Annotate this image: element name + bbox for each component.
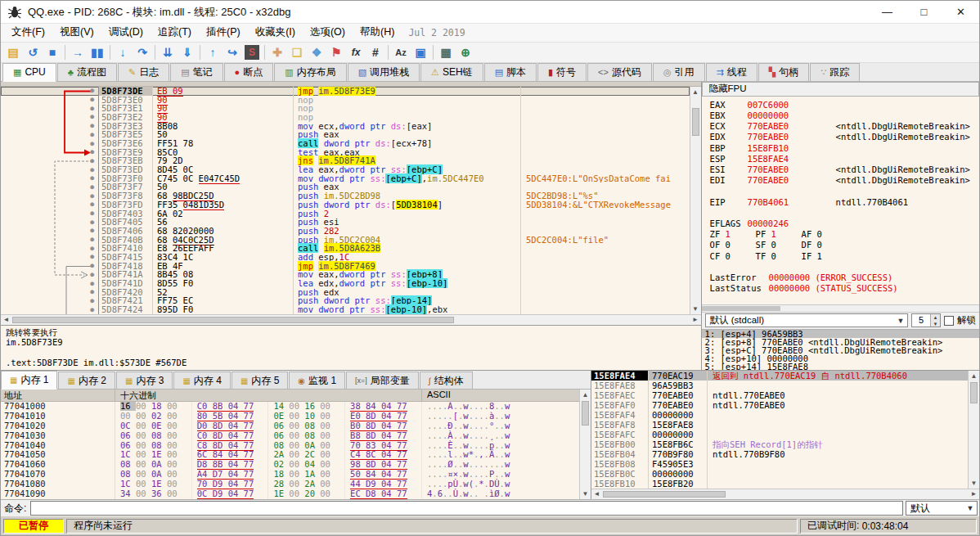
tab-memory-3[interactable]: ▦内存 3 — [116, 372, 173, 389]
disassembly-vscrollbar[interactable]: ▲▼ — [690, 87, 701, 314]
preferences-globe-icon[interactable]: ⊕ — [456, 43, 475, 61]
register-line[interactable]: EAX007C6000 — [710, 100, 979, 110]
hide-fpu-button[interactable]: 隐藏FPU — [702, 82, 979, 97]
breakpoint-dot[interactable]: ● — [90, 183, 94, 191]
breakpoint-dot[interactable]: ● — [90, 297, 94, 305]
breakpoint-dot[interactable]: ● — [90, 218, 94, 227]
stack-row[interactable]: 15E8FAFC00000000 — [591, 430, 968, 439]
scylla-icon[interactable]: S — [242, 43, 262, 61]
pause-icon[interactable]: ▮▮ — [88, 43, 107, 61]
tab-memory-map[interactable]: ▥内存布局 — [274, 63, 346, 81]
tab-notes[interactable]: ▤笔记 — [170, 63, 223, 81]
register-line[interactable]: ESI770EABE0<ntdll.DbgUiRemoteBreakin> — [710, 164, 979, 175]
breakpoint-dot[interactable]: ● — [90, 271, 94, 279]
disasm-row[interactable]: ●5D8F73DEEB 09jmp im.5D8F73E9 — [1, 87, 690, 96]
breakpoint-dot[interactable]: ● — [90, 306, 94, 314]
register-line[interactable]: ECX770EABE0<ntdll.DbgUiRemoteBreakin> — [710, 121, 979, 132]
breakpoint-dot[interactable]: ● — [90, 280, 94, 288]
breakpoint-dot[interactable]: ● — [90, 288, 94, 296]
tab-memory-5[interactable]: ▦内存 5 — [232, 372, 288, 389]
register-value[interactable]: 00000246 — [748, 218, 816, 229]
flag-sf[interactable]: SF 0 — [756, 240, 802, 250]
breakpoint-dot[interactable]: ● — [90, 245, 94, 253]
stack-row[interactable]: 15E8FAF400000000 — [591, 410, 968, 420]
flag-df[interactable]: DF 0 — [802, 240, 847, 250]
tab-source[interactable]: <>源代码 — [587, 63, 652, 81]
breakpoint-dot[interactable]: ● — [90, 140, 94, 148]
breakpoint-dot[interactable]: ● — [90, 87, 94, 95]
stack-row[interactable]: 15E8FAF815E8FAE8 — [591, 420, 968, 430]
breakpoint-dot[interactable]: ● — [90, 148, 94, 156]
execute-till-return-icon[interactable]: ↑ — [203, 43, 223, 61]
flag-tf[interactable]: TF 0 — [756, 251, 802, 262]
stack-row[interactable]: 15E8FAE896A59BB3 — [591, 381, 968, 390]
trace-into-icon[interactable]: ⇊ — [158, 43, 178, 61]
tab-script[interactable]: ▤脚本 — [484, 63, 537, 81]
step-over-icon[interactable]: ↷ — [133, 43, 152, 61]
dump-row[interactable]: 7704109034 00 36 000C D9 04 771E 00 20 0… — [1, 489, 579, 499]
tab-memory-4[interactable]: ▦内存 4 — [173, 372, 230, 389]
menu-item[interactable]: 帮助(H) — [353, 24, 402, 42]
run-icon[interactable]: → — [68, 43, 88, 61]
command-preset-select[interactable]: 默认 ▼ — [906, 501, 978, 516]
register-line[interactable]: OF 0SF 0DF 0 — [710, 240, 979, 250]
breakpoint-dot[interactable]: ● — [90, 105, 94, 113]
argument-count-stepper[interactable]: 5 ▲▼ — [911, 313, 941, 327]
breakpoint-dot[interactable]: ● — [90, 209, 94, 218]
register-line[interactable]: EBP15E8FB10 — [710, 143, 979, 154]
menu-item[interactable]: 调试(D) — [101, 24, 151, 42]
stack-hscrollbar[interactable]: ◄► — [591, 489, 979, 499]
register-value[interactable]: 770EABE0 — [748, 164, 816, 175]
trace-over-icon[interactable]: ⇓ — [178, 43, 197, 61]
functions-icon[interactable]: fx — [346, 43, 366, 61]
tab-log[interactable]: ✎日志 — [118, 63, 169, 81]
flag-if[interactable]: IF 1 — [802, 251, 847, 262]
disasm-row[interactable]: ●5D8F7424895D F0mov dword ptr ss:[ebp-10… — [1, 305, 690, 314]
tab-graph[interactable]: ♣流程图 — [57, 63, 117, 81]
stack-row[interactable]: 15E8FB08F45905E3 — [591, 459, 968, 469]
stack-row[interactable]: 15E8FAE4770EAC19返回到 ntdll.770EAC19 自 ntd… — [591, 371, 968, 381]
breakpoint-dot[interactable]: ● — [90, 157, 94, 165]
restart-icon[interactable]: ↺ — [23, 43, 43, 61]
menu-item[interactable]: 插件(P) — [199, 24, 248, 42]
flag-of[interactable]: OF 0 — [710, 240, 756, 250]
comments-icon[interactable]: ❏ — [287, 43, 307, 61]
tab-threads[interactable]: ⇉线程 — [706, 63, 757, 81]
command-input[interactable] — [30, 501, 903, 516]
register-value[interactable]: 15E8FAE4 — [748, 154, 816, 164]
breakpoint-dot[interactable]: ● — [90, 113, 94, 121]
stack-row[interactable]: 15E8FB0015E8FB6C指向SEH_Record[1]的指针 — [591, 439, 968, 449]
register-value[interactable]: 15E8FB10 — [748, 143, 816, 154]
tab-references[interactable]: ◎引用 — [653, 63, 705, 81]
breakpoint-dot[interactable]: ● — [90, 192, 94, 200]
breakpoint-dot[interactable]: ● — [90, 122, 94, 130]
tab-handles[interactable]: ▚句柄 — [758, 63, 809, 81]
register-line[interactable]: ZF 1PF 1AF 0 — [710, 229, 979, 240]
flag-pf[interactable]: PF 1 — [756, 229, 802, 240]
breakpoint-dot[interactable]: ● — [90, 96, 94, 104]
close-button[interactable]: ✕ — [942, 1, 979, 23]
breakpoint-dot[interactable]: ● — [90, 131, 94, 139]
spin-up-icon[interactable]: ▲ — [931, 314, 940, 321]
register-value[interactable]: 770EABE0 — [748, 121, 816, 132]
register-value[interactable]: 007C6000 — [748, 100, 816, 110]
tab-memory-2[interactable]: ▦内存 2 — [58, 372, 115, 389]
register-line[interactable]: LastError00000000 (ERROR_SUCCESS) — [710, 273, 979, 283]
labels-icon[interactable]: ❖ — [307, 43, 326, 61]
tab-seh[interactable]: ⚠SEH链 — [420, 63, 483, 81]
stack-row[interactable]: 15E8FB04770B9F80ntdll.770B9F80 — [591, 449, 968, 459]
registers-hscrollbar[interactable] — [702, 304, 979, 313]
stack-row[interactable]: 15E8FB1015E8FB20 — [591, 479, 968, 489]
calling-convention-select[interactable]: 默认 (stdcall) ▼ — [705, 313, 908, 327]
register-value[interactable]: 770B4061 — [748, 197, 816, 208]
minimize-button[interactable]: — — [869, 1, 906, 23]
maximize-button[interactable]: □ — [906, 1, 942, 23]
tab-watch-1[interactable]: ◉监视 1 — [289, 372, 345, 389]
register-line[interactable]: EDI770EABE0<ntdll.DbgUiRemoteBreakin> — [710, 175, 979, 186]
register-line[interactable]: EFLAGS00000246 — [710, 218, 979, 229]
register-value[interactable]: 00000000 (ERROR_SUCCESS) — [769, 273, 893, 282]
calculator-icon[interactable]: ▦ — [436, 43, 456, 61]
flag-zf[interactable]: ZF 1 — [710, 229, 756, 240]
breakpoint-dot[interactable]: ● — [90, 166, 94, 174]
register-value[interactable]: 770EABE0 — [748, 132, 816, 142]
